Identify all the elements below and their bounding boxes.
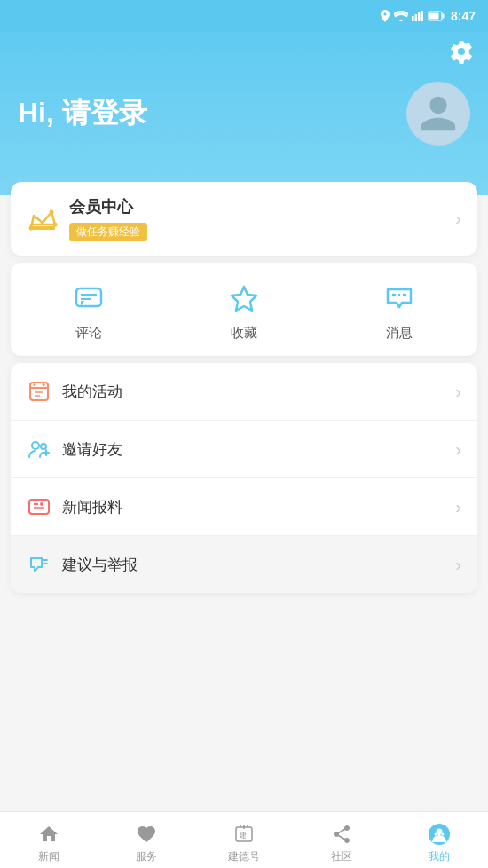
svg-point-26 (32, 442, 39, 449)
menu-item-left: 建议与举报 (27, 552, 138, 577)
messages-label: 消息 (386, 325, 413, 342)
heart-icon (135, 823, 158, 846)
svg-rect-11 (31, 226, 55, 230)
menu-item-invite-friends[interactable]: 邀请好友 › (11, 421, 477, 478)
menu-item-left: 我的活动 (27, 379, 122, 404)
svg-point-9 (50, 209, 54, 214)
member-title: 会员中心 (69, 196, 147, 217)
svg-text:建: 建 (239, 832, 247, 840)
menu-item-my-activities[interactable]: 我的活动 › (11, 363, 477, 421)
member-card-chevron: › (455, 209, 461, 229)
svg-rect-3 (421, 11, 423, 21)
svg-rect-12 (76, 288, 101, 306)
signal-icon (412, 11, 424, 21)
status-time: 8:47 (451, 9, 476, 23)
nav-community-label: 社区 (331, 849, 352, 864)
my-activities-label: 我的活动 (62, 382, 122, 402)
menu-item-news-tip[interactable]: 新闻报料 › (11, 478, 477, 536)
svg-rect-6 (429, 13, 438, 20)
svg-rect-2 (418, 12, 421, 21)
quick-action-comments[interactable]: 评论 (11, 280, 166, 342)
svg-rect-20 (30, 383, 48, 400)
svg-rect-21 (30, 387, 48, 389)
news-tip-label: 新闻报料 (62, 497, 122, 517)
svg-point-45 (438, 833, 441, 836)
home-icon (37, 823, 60, 846)
menu-item-left: 邀请好友 (27, 437, 122, 462)
greeting-text[interactable]: Hi, 请登录 (18, 94, 147, 133)
nav-news-label: 新闻 (38, 849, 59, 864)
svg-point-23 (43, 383, 45, 386)
feedback-icon (27, 552, 51, 577)
svg-point-27 (41, 444, 46, 449)
quick-action-favorites[interactable]: 收藏 (166, 280, 321, 342)
svg-rect-5 (442, 14, 444, 19)
nav-item-news[interactable]: 新闻 (0, 816, 98, 864)
comments-label: 评论 (75, 325, 102, 342)
svg-rect-0 (412, 16, 414, 21)
nav-item-community[interactable]: 社区 (293, 816, 390, 864)
wifi-icon (394, 11, 408, 21)
member-info: 会员中心 做任务赚经验 (69, 196, 147, 241)
quick-actions: 评论 收藏 消息 (11, 263, 477, 356)
favorites-label: 收藏 (231, 325, 257, 342)
status-icons (380, 10, 445, 22)
activity-icon (27, 379, 51, 404)
nav-jiande-label: 建德号 (228, 849, 260, 864)
member-card[interactable]: 会员中心 做任务赚经验 › (11, 182, 477, 256)
svg-point-22 (34, 383, 36, 386)
invite-icon (27, 437, 51, 462)
member-badge: 做任务赚经验 (69, 223, 147, 241)
nav-item-service[interactable]: 服务 (98, 816, 195, 864)
bottom-nav: 新闻 服务 建 建德号 社区 (0, 811, 488, 868)
message-icon (382, 280, 417, 316)
battery-icon (428, 11, 445, 21)
invite-chevron: › (455, 439, 461, 460)
svg-marker-7 (31, 212, 55, 228)
community-icon (330, 823, 353, 846)
feedback-chevron: › (455, 555, 461, 575)
svg-rect-30 (29, 500, 49, 514)
status-bar: 8:47 (0, 0, 488, 32)
news-chevron: › (455, 497, 461, 517)
quick-action-messages[interactable]: 消息 (322, 280, 477, 342)
crown-icon (27, 203, 59, 235)
settings-icon[interactable] (449, 39, 474, 64)
comment-icon (71, 280, 106, 316)
nav-service-label: 服务 (136, 849, 157, 864)
svg-point-10 (53, 222, 58, 226)
mine-icon (428, 823, 451, 846)
svg-marker-16 (232, 287, 256, 311)
location-icon (380, 10, 390, 22)
star-icon (226, 280, 262, 316)
nav-item-mine[interactable]: 我的 (390, 816, 488, 864)
svg-point-33 (40, 502, 43, 506)
svg-rect-1 (414, 14, 417, 21)
nav-item-jiande[interactable]: 建 建德号 (195, 816, 293, 864)
menu-item-left: 新闻报料 (27, 494, 122, 519)
news-icon (27, 494, 51, 519)
header-content: Hi, 请登录 (0, 64, 488, 146)
svg-point-44 (435, 833, 437, 836)
feedback-label: 建议与举报 (62, 555, 138, 575)
nav-mine-label: 我的 (429, 849, 450, 864)
svg-point-46 (442, 833, 445, 836)
member-card-left: 会员中心 做任务赚经验 (27, 196, 147, 241)
avatar[interactable] (406, 82, 470, 146)
main-content: 会员中心 做任务赚经验 › 评论 (0, 182, 488, 811)
menu-item-feedback[interactable]: 建议与举报 › (11, 536, 477, 593)
invite-friends-label: 邀请好友 (62, 439, 122, 460)
activity-chevron: › (455, 382, 461, 402)
menu-list: 我的活动 › 邀请好友 › (11, 363, 477, 593)
jiande-icon: 建 (232, 823, 256, 846)
